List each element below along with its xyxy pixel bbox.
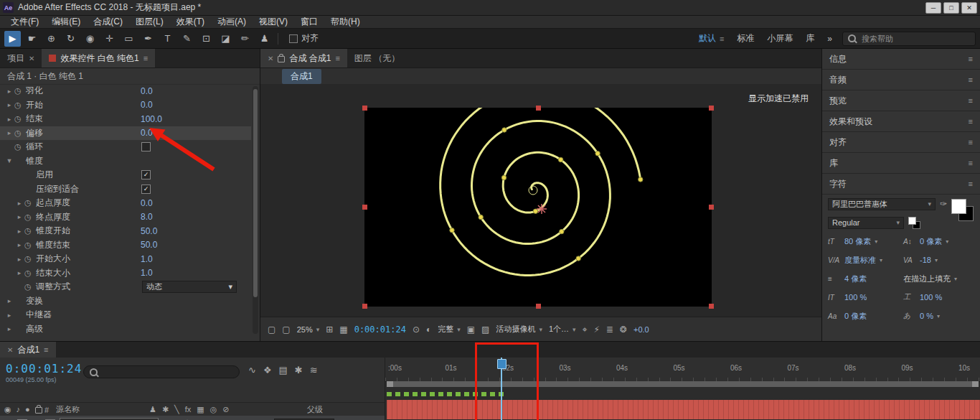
restore-button[interactable]: □ <box>943 2 959 14</box>
viewer-lock-icon[interactable] <box>278 56 285 62</box>
panel-menu-icon[interactable]: ≡ <box>335 54 339 62</box>
menu-item-动画(A)[interactable]: 动画(A) <box>211 16 253 28</box>
eye-icon[interactable]: ◉ <box>4 405 11 414</box>
puppet-pin-tool[interactable]: ♟ <box>256 31 273 47</box>
view-select[interactable]: 活动摄像机 ▾ <box>496 324 542 335</box>
stroke-style-select[interactable]: 在描边上填充 ▾ <box>903 274 974 284</box>
menu-item-效果(T)[interactable]: 效果(T) <box>170 16 211 28</box>
expander-icon[interactable]: ▸ <box>4 297 14 304</box>
magnification-select[interactable]: 25% ▾ <box>297 325 320 334</box>
tab-effect-controls[interactable]: 效果控件 白色 纯色1 ≡ <box>42 49 155 67</box>
help-search-input[interactable] <box>860 34 949 44</box>
property-row-开始[interactable]: ▸◷开始0.0 <box>0 98 251 113</box>
workspace-小屏幕[interactable]: 小屏幕 <box>767 32 793 45</box>
property-value[interactable]: 0.0 <box>141 128 153 138</box>
current-time-indicator-handle[interactable] <box>497 359 507 369</box>
layer-name[interactable]: 白色 纯色 1 <box>60 418 159 420</box>
handle-mid-left[interactable] <box>362 205 367 210</box>
snapshot-camera-icon[interactable]: ⊙ <box>413 325 420 335</box>
exposure-value[interactable]: +0.0 <box>633 325 649 334</box>
menu-item-视图(V)[interactable]: 视图(V) <box>253 16 294 28</box>
menu-item-合成(C)[interactable]: 合成(C) <box>87 16 129 28</box>
brush-tool[interactable]: ✎ <box>179 31 195 47</box>
handle-bottom-center[interactable] <box>536 304 541 309</box>
property-value[interactable]: 1.0 <box>141 254 153 264</box>
resolution-select[interactable]: 完整 ▾ <box>438 324 461 335</box>
fill-stroke-swatches[interactable] <box>951 199 974 222</box>
adjustment-icon[interactable]: ⊘ <box>222 405 229 414</box>
minimize-button[interactable]: ─ <box>925 2 941 14</box>
stopwatch-icon[interactable]: ◷ <box>14 101 26 110</box>
main-viewer-icon[interactable]: ▢ <box>282 325 290 335</box>
reset-exposure-icon[interactable]: ❂ <box>620 325 627 335</box>
property-row-起点厚度[interactable]: ▸◷起点厚度0.0 <box>0 196 251 210</box>
motion-blur-toggle-icon[interactable]: ≋ <box>310 365 318 375</box>
property-row-高级[interactable]: ▸高级 <box>0 322 251 337</box>
handle-top-center[interactable] <box>536 106 541 111</box>
close-icon[interactable]: ✕ <box>7 346 13 354</box>
transparency-grid-icon[interactable]: ▨ <box>481 325 489 335</box>
property-value[interactable]: 50.0 <box>141 240 157 250</box>
expander-icon[interactable]: ▸ <box>14 213 24 220</box>
viewer-chip[interactable]: 合成1 <box>282 69 321 84</box>
stopwatch-icon[interactable]: ◷ <box>24 282 36 291</box>
stopwatch-icon[interactable]: ◷ <box>14 114 26 123</box>
property-row-终点厚度[interactable]: ▸◷终点厚度8.0 <box>0 210 251 225</box>
workspace-menu-icon[interactable]: ≡ <box>720 34 724 43</box>
kerning-control[interactable]: V/A 度量标准 ▾ <box>828 255 899 266</box>
expander-icon[interactable]: ▸ <box>4 312 14 319</box>
menu-item-帮助(H)[interactable]: 帮助(H) <box>324 16 367 28</box>
motion-blur-icon[interactable]: ◎ <box>210 405 217 414</box>
layer-row[interactable]: ▸ 1 白色 纯色 1 ♟╲fx ◎ 无 ▾ <box>0 416 385 420</box>
close-icon[interactable]: ✕ <box>268 55 273 62</box>
expander-icon[interactable]: ▼ <box>4 157 14 164</box>
timeline-button-icon[interactable]: ≣ <box>606 325 613 335</box>
property-value[interactable]: 1.0 <box>141 268 153 278</box>
fx-icon[interactable]: fx <box>185 405 192 414</box>
handle-bottom-right[interactable] <box>709 304 714 309</box>
audio-icon[interactable]: ♪ <box>17 405 21 414</box>
property-row-开始大小[interactable]: ▸◷开始大小1.0 <box>0 252 251 266</box>
property-row-结束[interactable]: ▸◷结束100.0 <box>0 112 251 126</box>
property-value[interactable]: 8.0 <box>141 212 153 222</box>
tab-timeline-comp[interactable]: ✕ 合成1 ≡ <box>0 342 56 358</box>
view-layout-select[interactable]: 1个… ▾ <box>549 324 576 335</box>
horizontal-scale-control[interactable]: 工 100 % <box>903 292 974 302</box>
expander-icon[interactable]: ▸ <box>4 101 14 108</box>
stopwatch-icon[interactable]: ◷ <box>24 198 36 207</box>
mask-visibility-icon[interactable]: ▦ <box>339 325 347 335</box>
handle-top-right[interactable] <box>709 106 714 111</box>
property-row-锥度结束[interactable]: ▸◷锥度结束50.0 <box>0 238 251 253</box>
fill-color-swatch[interactable] <box>951 199 966 214</box>
work-area-bar[interactable] <box>387 381 979 387</box>
property-value[interactable]: 0.0 <box>141 198 153 208</box>
frame-blend-icon[interactable]: ▦ <box>197 405 204 414</box>
panel-menu-icon[interactable]: ≡ <box>143 54 148 62</box>
property-row-锥度开始[interactable]: ▸◷锥度开始50.0 <box>0 224 251 238</box>
roi-icon[interactable]: ▣ <box>467 325 475 335</box>
expander-icon[interactable]: ▸ <box>4 325 14 332</box>
comp-timecode[interactable]: 0:00:01:24 <box>354 325 406 335</box>
help-search-box[interactable] <box>842 32 976 46</box>
always-preview-icon[interactable]: ▢ <box>268 325 275 335</box>
leading-value[interactable]: 0 像素 <box>920 236 942 247</box>
frame-blending-icon[interactable]: ✱ <box>295 365 303 375</box>
expander-icon[interactable]: ▸ <box>14 256 24 263</box>
vertical-scale-value[interactable]: 100 % <box>844 293 867 302</box>
comp-mini-flowchart-icon[interactable]: ∿ <box>248 365 256 375</box>
font-family-select[interactable]: 阿里巴巴普惠体 ▾ <box>828 198 936 210</box>
stopwatch-icon[interactable]: ◷ <box>24 269 36 278</box>
grid-options-icon[interactable]: ⊞ <box>326 325 333 335</box>
draft-3d-icon[interactable]: ❖ <box>263 365 272 375</box>
stopwatch-icon[interactable]: ◷ <box>24 213 36 222</box>
pan-behind-tool[interactable]: ✛ <box>101 31 118 47</box>
property-row-循环[interactable]: ◷循环 <box>0 140 251 154</box>
menu-item-图层(L)[interactable]: 图层(L) <box>129 16 170 28</box>
panel-预览-header[interactable]: 预览≡ <box>822 90 980 111</box>
shape-tool[interactable]: ▭ <box>121 31 137 47</box>
panel-效果和预设-header[interactable]: 效果和预设≡ <box>822 111 980 132</box>
property-checkbox[interactable]: ✓ <box>141 185 151 194</box>
menu-item-窗口[interactable]: 窗口 <box>294 16 324 28</box>
close-button[interactable]: ✕ <box>961 2 977 14</box>
panel-menu-icon[interactable]: ≡ <box>969 179 973 188</box>
